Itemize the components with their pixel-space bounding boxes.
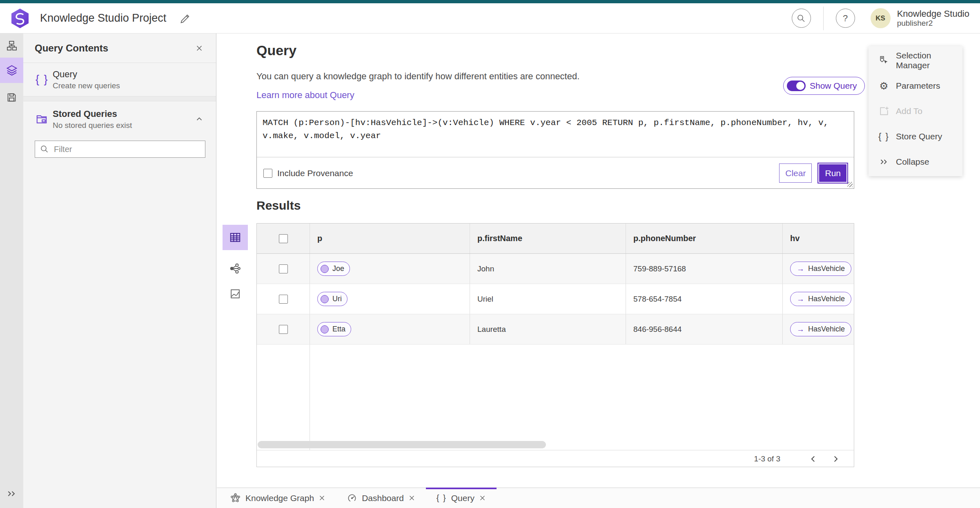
chevron-right-icon <box>831 454 840 463</box>
table-view-button[interactable] <box>223 225 248 250</box>
braces-icon: { } <box>878 131 889 142</box>
dashboard-icon <box>347 493 357 504</box>
next-page-button[interactable] <box>829 452 842 466</box>
edit-title-button[interactable] <box>178 11 192 25</box>
entity-label: Joe <box>332 264 344 273</box>
rail-item-save[interactable] <box>0 88 23 106</box>
horizontal-scrollbar[interactable] <box>258 441 546 448</box>
pencil-icon <box>180 13 191 24</box>
column-header-firstname[interactable]: p.firstName <box>470 224 626 253</box>
entity-pill[interactable]: Etta <box>317 322 351 336</box>
tab-dashboard[interactable]: Dashboard <box>336 488 426 508</box>
tab-close-button[interactable] <box>479 495 486 501</box>
pagination-count: 1-3 of 3 <box>754 454 780 463</box>
tab-query[interactable]: { } Query <box>426 488 497 508</box>
menu-item-label: Parameters <box>896 81 940 91</box>
tab-label: Knowledge Graph <box>245 493 314 503</box>
tab-label: Query <box>451 493 474 503</box>
panel-item-stored-queries[interactable]: Stored Queries No stored queries exist <box>23 101 216 137</box>
bottom-tab-bar: Knowledge Graph Dashboard { } Query <box>217 488 980 508</box>
expand-rail-button[interactable] <box>0 488 23 499</box>
menu-item-label: Collapse <box>896 157 929 167</box>
search-button[interactable] <box>792 9 811 28</box>
include-provenance-checkbox[interactable] <box>263 169 272 178</box>
panel-item-label: Query <box>53 69 120 80</box>
collapse-section-button[interactable] <box>192 112 206 126</box>
results-table: p p.firstName p.phoneNumber hv Joe John … <box>256 223 854 467</box>
column-header-hv[interactable]: hv <box>783 224 854 253</box>
close-icon <box>195 44 204 53</box>
app-logo-icon[interactable] <box>11 8 29 29</box>
braces-icon: { } <box>36 73 53 86</box>
relationship-label: HasVehicle <box>808 325 845 333</box>
clear-button[interactable]: Clear <box>779 163 812 183</box>
row-checkbox[interactable] <box>279 325 288 334</box>
panel-header: Query Contents <box>23 34 216 63</box>
query-tools-panel: Selection Manager ⚙ Parameters Add To { … <box>869 46 962 176</box>
main-content: Query You can query a knowledge graph to… <box>217 34 980 488</box>
selection-manager-button[interactable]: Selection Manager <box>869 48 962 73</box>
query-description: You can query a knowledge graph to ident… <box>256 71 579 82</box>
cell-firstname: John <box>470 254 626 284</box>
data-model-icon <box>6 40 18 51</box>
row-checkbox[interactable] <box>279 295 288 304</box>
show-query-label: Show Query <box>810 81 857 91</box>
toggle-knob <box>796 82 804 90</box>
panel-item-text: Query Create new queries <box>53 69 120 90</box>
chevron-up-icon <box>195 115 204 124</box>
rail-item-data-model[interactable] <box>0 37 23 55</box>
arrow-right-icon: → <box>797 264 804 273</box>
app-window: Knowledge Studio Project ? KS Knowledge … <box>0 0 980 508</box>
panel-title: Query Contents <box>35 43 192 54</box>
map-view-button[interactable] <box>223 287 248 301</box>
relationship-pill[interactable]: →HasVehicle <box>790 262 851 276</box>
link-chart-view-button[interactable] <box>223 262 248 275</box>
relationship-pill[interactable]: →HasVehicle <box>790 322 851 336</box>
gear-icon: ⚙ <box>879 81 888 91</box>
panel-item-sublabel: Create new queries <box>53 81 120 90</box>
double-chevron-right-icon <box>7 488 17 499</box>
column-header-phonenumber[interactable]: p.phoneNumber <box>626 224 783 253</box>
store-query-button[interactable]: { } Store Query <box>869 124 962 149</box>
braces-icon: { } <box>437 493 447 503</box>
add-to-icon <box>879 106 889 116</box>
user-avatar[interactable]: KS <box>871 8 891 28</box>
entity-label: Etta <box>332 325 345 333</box>
question-mark-icon: ? <box>843 13 848 24</box>
entity-dot-icon <box>321 295 329 303</box>
filter-field-wrap <box>35 141 205 158</box>
collapse-panel-button[interactable]: Collapse <box>869 149 962 175</box>
entity-pill[interactable]: Joe <box>317 262 350 276</box>
menu-item-label: Selection Manager <box>896 51 953 70</box>
parameters-button[interactable]: ⚙ Parameters <box>869 73 962 98</box>
learn-more-link[interactable]: Learn more about Query <box>256 90 354 101</box>
row-checkbox[interactable] <box>279 264 288 273</box>
rail-item-contents[interactable] <box>0 58 23 83</box>
user-name: publisher2 <box>897 19 969 28</box>
search-icon <box>40 144 49 154</box>
relationship-pill[interactable]: →HasVehicle <box>790 292 851 306</box>
table-row: Etta Lauretta 846-956-8644 →HasVehicle <box>257 314 854 345</box>
filter-input[interactable] <box>35 141 205 158</box>
show-query-toggle[interactable]: Show Query <box>783 77 865 95</box>
run-button[interactable]: Run <box>818 163 847 183</box>
previous-page-button[interactable] <box>806 452 820 466</box>
column-separator <box>310 345 310 450</box>
panel-close-button[interactable] <box>192 41 206 55</box>
select-all-checkbox[interactable] <box>279 234 288 243</box>
close-icon <box>318 495 325 501</box>
left-icon-rail <box>0 34 23 508</box>
query-editor[interactable]: MATCH (p:Person)-[hv:HasVehicle]->(v:Veh… <box>257 112 854 157</box>
relationship-label: HasVehicle <box>808 295 845 303</box>
top-accent-bar <box>0 0 980 3</box>
tab-close-button[interactable] <box>318 495 325 501</box>
tab-close-button[interactable] <box>408 495 415 501</box>
tab-knowledge-graph[interactable]: Knowledge Graph <box>219 488 336 508</box>
cell-firstname: Uriel <box>470 284 626 314</box>
column-header-p[interactable]: p <box>310 224 470 253</box>
help-button[interactable]: ? <box>836 9 855 28</box>
entity-pill[interactable]: Uri <box>317 292 347 306</box>
panel-item-query[interactable]: { } Query Create new queries <box>23 63 216 96</box>
arrow-right-icon: → <box>797 325 804 334</box>
resize-handle[interactable] <box>847 182 853 187</box>
